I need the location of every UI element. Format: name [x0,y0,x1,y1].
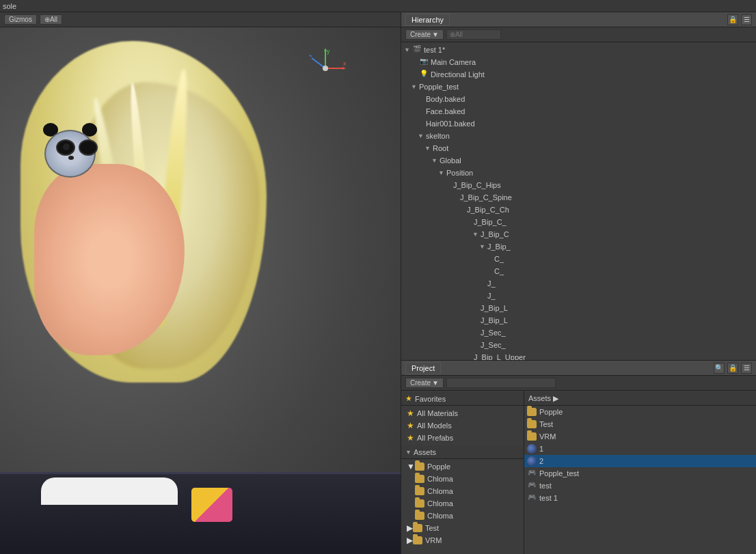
hierarchy-item-root[interactable]: ▼Root [401,142,756,154]
tree-icon-main-camera: 📷 [419,57,429,67]
tree-label-position: Position [446,169,473,177]
hierarchy-item-j-1[interactable]: J_ [401,277,756,290]
right-test-folder-icon [527,420,537,428]
hierarchy-item-position[interactable]: ▼Position [401,167,756,179]
hierarchy-item-hair001-baked[interactable]: Hair001.baked [401,117,756,130]
tree-label-root: Root [433,144,448,152]
tree-label-skelton: skelton [426,132,450,140]
project-search-icon[interactable]: 🔍 [714,363,725,374]
tree-arrow-j-bip-c-3[interactable]: ▼ [472,231,481,238]
scene-root-item[interactable]: ▼ 🎬 test 1* [401,44,756,56]
hierarchy-tab[interactable]: Hierarchy [405,14,450,26]
right-panels: Hierarchy 🔒 ☰ Create ▼ ▼ 🎬 test 1* [401,12,756,554]
assets-vrm-item[interactable]: ▶ VRM [401,534,524,546]
hierarchy-item-c-sub2[interactable]: C_ [401,265,756,277]
all-button[interactable]: ⊕All [40,14,62,25]
right-asset-test1[interactable]: 🎮 test 1 [524,492,756,504]
hierarchy-item-j-bip-c-hips[interactable]: J_Bip_C_Hips [401,179,756,191]
assets-chloma2-folder-icon [415,487,424,495]
hierarchy-search-input[interactable] [446,29,501,40]
assets-chloma1-item[interactable]: Chloma [401,473,524,485]
svg-text:x: x [343,60,346,67]
hierarchy-item-body-baked[interactable]: Body.baked [401,93,756,105]
tree-label-directional-light: Directional Light [431,70,485,79]
fav-item-materials[interactable]: ★ All Materials [401,407,524,419]
hierarchy-panel-icons: 🔒 ☰ [727,14,752,25]
favorites-label: Favorites [415,395,446,403]
unity-icon-test1: 🎮 [527,493,537,503]
assets-chloma2-item[interactable]: Chloma [401,485,524,497]
scene-view: Gizmos ⊕All [0,12,401,554]
tree-label-j-sec-1: J_Sec_ [481,329,506,337]
project-left-panel: ★ Favorites ★ All Materials ★ All Models [401,391,524,554]
hierarchy-item-j-bip-c-ch[interactable]: J_Bip_C_Ch [401,204,756,216]
project-panel-icons: 🔍 🔒 ☰ [714,363,752,374]
svg-marker-1 [342,67,346,70]
fav-star-icon-1: ★ [407,408,414,418]
assets-test-item[interactable]: ▶ Test [401,522,524,534]
hierarchy-item-j-2[interactable]: J_ [401,290,756,302]
right-popple-folder[interactable]: Popple [524,406,756,418]
right-vrm-folder[interactable]: VRM [524,430,756,443]
assets-popple-item[interactable]: ▼ Popple [401,460,524,473]
hierarchy-item-j-sec-1[interactable]: J_Sec_ [401,327,756,339]
tree-label-j-bip-l: J_Bip_L [481,304,508,312]
right-asset-popple-test[interactable]: 🎮 Popple_test [524,467,756,480]
tree-arrow-global[interactable]: ▼ [431,157,440,164]
clothes-collar [41,477,178,505]
tree-arrow-position[interactable]: ▼ [438,169,446,176]
tree-label-popple-test: Popple_test [419,83,459,91]
assets-popple-arrow: ▼ [407,462,415,471]
hierarchy-menu-icon[interactable]: ☰ [741,14,752,25]
hierarchy-item-j-bip-c-3[interactable]: ▼J_Bip_C [401,228,756,240]
tree-arrow-j-bip-4[interactable]: ▼ [479,243,487,250]
top-bar: sole [0,0,756,12]
hierarchy-item-face-baked[interactable]: Face.baked [401,105,756,117]
scene-canvas: x y [0,27,401,554]
hierarchy-item-j-bip-c-spine[interactable]: J_Bip_C_Spine [401,191,756,204]
right-asset-1[interactable]: 1 [524,443,756,455]
hierarchy-item-j-bip-l[interactable]: J_Bip_L [401,302,756,314]
hierarchy-lock-icon[interactable]: 🔒 [727,14,738,25]
hierarchy-item-main-camera[interactable]: 📷Main Camera [401,56,756,68]
assets-vrm-folder-icon [413,536,422,544]
project-search-input[interactable] [446,378,556,388]
gizmos-button[interactable]: Gizmos [4,14,37,25]
svg-point-8 [323,66,328,71]
assets-chloma1-folder-icon [415,475,424,483]
tree-label-j-bip-c-2: J_Bip_C_ [474,218,507,226]
project-lock-icon[interactable]: 🔒 [727,363,738,374]
favorites-header: ★ Favorites [401,392,524,406]
hierarchy-item-c-sub1[interactable]: C_ [401,253,756,265]
project-create-button[interactable]: Create ▼ [405,378,444,388]
fav-item-models[interactable]: ★ All Models [401,419,524,432]
assets-chloma4-item[interactable]: Chloma [401,510,524,522]
tree-arrow-popple-test[interactable]: ▼ [411,83,419,90]
tree-arrow-skelton[interactable]: ▼ [418,133,426,139]
hierarchy-item-popple-test[interactable]: ▼Popple_test [401,81,756,93]
project-tab[interactable]: Project [405,362,441,374]
right-asset-2[interactable]: 2 [524,455,756,467]
hierarchy-item-j-bip-4[interactable]: ▼J_Bip_ [401,240,756,253]
tree-label-global: Global [440,156,461,165]
hierarchy-item-j-bip-l2[interactable]: J_Bip_L [401,314,756,327]
hierarchy-item-j-sec-2[interactable]: J_Sec_ [401,339,756,351]
main-area: Gizmos ⊕All [0,12,756,554]
fav-label-materials: All Materials [417,409,458,417]
right-asset-test[interactable]: 🎮 test [524,480,756,492]
assets-popple-folder-icon [415,462,424,471]
fav-item-prefabs[interactable]: ★ All Prefabs [401,432,524,444]
hierarchy-panel-header: Hierarchy 🔒 ☰ [401,12,756,27]
create-button[interactable]: Create ▼ [405,29,444,40]
tree-arrow-root[interactable]: ▼ [424,145,433,152]
assets-tree-section: ▼ Popple Chloma Chloma [401,459,524,548]
hierarchy-item-j-bip-c-2[interactable]: J_Bip_C_ [401,216,756,228]
hierarchy-item-j-bip-l-upper[interactable]: J_Bip_L_Upper [401,351,756,360]
hierarchy-content: ▼ 🎬 test 1* 📷Main Camera💡Directional Lig… [401,42,756,360]
project-menu-icon[interactable]: ☰ [741,363,752,374]
assets-chloma3-item[interactable]: Chloma [401,497,524,510]
hierarchy-item-skelton[interactable]: ▼skelton [401,130,756,142]
right-test-folder[interactable]: Test [524,418,756,430]
hierarchy-item-global[interactable]: ▼Global [401,154,756,167]
hierarchy-item-directional-light[interactable]: 💡Directional Light [401,68,756,81]
